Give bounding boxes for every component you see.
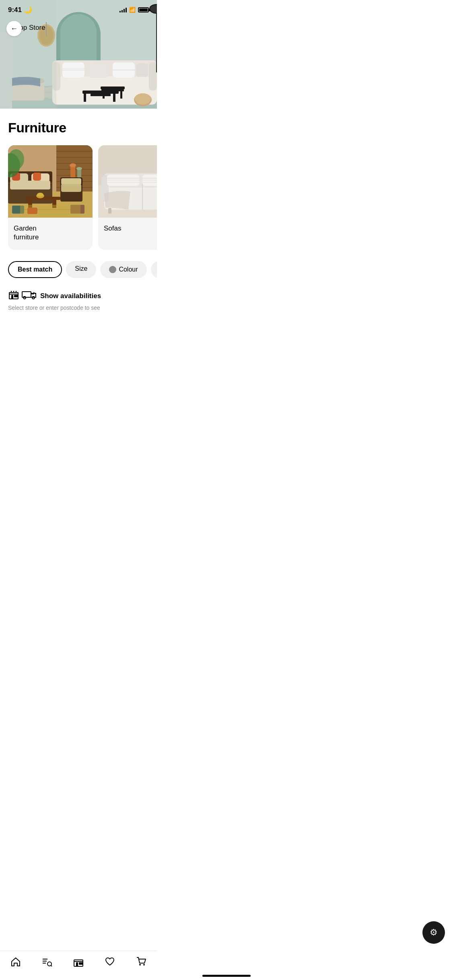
garden-card-image bbox=[8, 145, 93, 218]
svg-point-22 bbox=[135, 93, 151, 105]
store-availability-icon bbox=[8, 289, 19, 303]
svg-point-77 bbox=[70, 163, 76, 167]
sofa-card-image bbox=[98, 145, 157, 218]
wifi-icon: 📶 bbox=[129, 7, 136, 13]
svg-rect-62 bbox=[61, 178, 81, 185]
svg-rect-27 bbox=[101, 86, 125, 89]
filter-colour-label: Colour bbox=[119, 266, 138, 273]
svg-rect-38 bbox=[0, 0, 56, 109]
availability-icons bbox=[8, 289, 36, 303]
svg-rect-15 bbox=[89, 64, 109, 78]
svg-rect-29 bbox=[103, 91, 105, 99]
svg-point-68 bbox=[37, 193, 43, 197]
svg-rect-25 bbox=[84, 94, 86, 102]
svg-rect-17 bbox=[136, 64, 148, 77]
filter-size-label: Size bbox=[75, 265, 87, 272]
moon-icon: 🌙 bbox=[24, 6, 32, 14]
delivery-availability-icon bbox=[22, 289, 36, 303]
category-scroll: Garden furniture bbox=[0, 145, 157, 251]
hero-image: ← ◀ App Store bbox=[0, 0, 157, 109]
status-time: 9:41 🌙 bbox=[8, 6, 32, 14]
signal-icon bbox=[119, 8, 127, 12]
svg-rect-24 bbox=[91, 94, 111, 96]
category-card-sofas[interactable]: Sofas bbox=[98, 145, 157, 250]
availability-sublabel: Select store or enter postcode to see bbox=[8, 305, 149, 311]
svg-rect-106 bbox=[22, 292, 31, 297]
filter-best-match-label: Best match bbox=[18, 266, 52, 273]
svg-rect-31 bbox=[156, 8, 157, 72]
svg-rect-12 bbox=[149, 62, 157, 91]
availability-row: Show availabilities bbox=[8, 289, 149, 303]
battery-icon bbox=[138, 7, 149, 12]
svg-rect-26 bbox=[113, 94, 115, 102]
svg-rect-63 bbox=[61, 184, 81, 192]
svg-rect-96 bbox=[108, 208, 111, 214]
svg-rect-59 bbox=[33, 173, 41, 181]
sofa-label-line1: Sofas bbox=[104, 224, 121, 232]
page-title: Furniture bbox=[0, 120, 157, 145]
svg-rect-74 bbox=[20, 205, 80, 218]
filter-section: Best match Size Colour C bbox=[0, 251, 157, 278]
svg-rect-28 bbox=[101, 89, 124, 91]
svg-rect-101 bbox=[14, 295, 18, 297]
status-icons: 📶 bbox=[119, 7, 149, 13]
sofa-scene-svg bbox=[98, 145, 157, 218]
availability-section: Show availabilities Select store or ente… bbox=[0, 278, 157, 317]
category-card-garden[interactable]: Garden furniture bbox=[8, 145, 93, 250]
svg-point-70 bbox=[8, 149, 24, 169]
time-display: 9:41 bbox=[8, 6, 22, 14]
filter-extra[interactable]: C bbox=[151, 261, 157, 278]
sofa-card-label: Sofas bbox=[98, 218, 157, 241]
garden-scene-svg bbox=[8, 145, 93, 218]
svg-rect-57 bbox=[10, 181, 50, 189]
availability-label: Show availabilities bbox=[40, 292, 101, 300]
hero-scene-svg bbox=[0, 0, 157, 109]
colour-dot-icon bbox=[109, 266, 116, 273]
filter-size[interactable]: Size bbox=[66, 261, 96, 278]
svg-rect-100 bbox=[11, 295, 13, 299]
filter-colour[interactable]: Colour bbox=[100, 261, 146, 278]
garden-card-label: Garden furniture bbox=[8, 218, 93, 250]
back-button[interactable]: ← bbox=[6, 21, 22, 36]
status-bar: 9:41 🌙 📶 bbox=[0, 0, 157, 16]
svg-point-79 bbox=[76, 167, 82, 170]
garden-label-line1: Garden bbox=[14, 224, 37, 232]
svg-rect-30 bbox=[120, 91, 122, 99]
back-arrow-icon: ← bbox=[10, 25, 18, 32]
filter-best-match[interactable]: Best match bbox=[8, 261, 62, 278]
main-content: Furniture bbox=[0, 109, 157, 382]
nav-back: ← bbox=[6, 21, 22, 36]
garden-label-line2: furniture bbox=[14, 233, 39, 241]
